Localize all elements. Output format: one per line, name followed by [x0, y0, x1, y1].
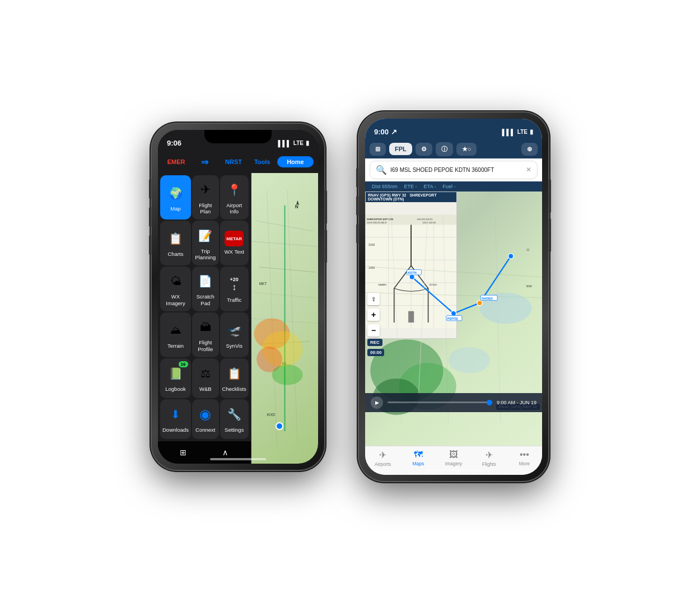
app-airport-info[interactable]: 📍 Airport Info [220, 175, 249, 220]
rec-badge: REC [367, 339, 382, 346]
bookmark-btn[interactable]: ★○ [456, 143, 477, 156]
app-terrain[interactable]: ⛰ Terrain [160, 312, 191, 357]
layers-icon-1: ⊞ [180, 448, 186, 457]
nav-emer[interactable]: EMER [162, 156, 190, 167]
imagery-label: Imagery [445, 461, 463, 466]
tab-maps[interactable]: 🗺 Maps [400, 450, 436, 467]
status-icons-1: ▌▌▌ LTE ▮ [278, 139, 309, 147]
stat-eta: ETA - [424, 184, 436, 189]
stat-ete: ETE - [404, 184, 417, 189]
lte-icon: LTE [293, 140, 304, 146]
app-wb[interactable]: ⚖ W&B [192, 358, 219, 398]
play-btn[interactable]: ▶ [371, 396, 383, 409]
app-dl-label: Downloads [162, 427, 189, 433]
app-wxi-label: WX Imagery [162, 293, 189, 306]
app-fp-label: Flight Plan [194, 202, 217, 215]
app-logbook[interactable]: 📗 16 Logbook [160, 358, 191, 398]
signal-icon: ▌▌▌ [278, 140, 291, 147]
app-traffic-label: Traffic [227, 297, 241, 303]
side-controls-2: ⇪ + − [367, 293, 380, 337]
svg-text:SHOED: SHOED [482, 296, 493, 300]
svg-text:N: N [295, 204, 298, 209]
layers-btn-1[interactable]: ⊞ [173, 446, 193, 459]
fpl-btn[interactable]: FPL [389, 143, 412, 155]
lte-icon-2: LTE [517, 129, 528, 135]
plus-icon: + [371, 310, 376, 319]
nav-direct[interactable]: ⇒ [191, 155, 218, 170]
status-icons-2: ▌▌▌ LTE ▮ [502, 128, 533, 136]
timeline-track[interactable] [388, 401, 492, 403]
maps-label: Maps [412, 461, 424, 466]
app-wx-text[interactable]: METAR WX Text [220, 221, 249, 265]
app-flp-label: Flight Profile [194, 339, 217, 352]
map-overlay-1[interactable]: MKT KE KIXD N [251, 173, 318, 464]
app-cx-label: Connext [195, 427, 215, 433]
info-btn[interactable]: ⓘ [436, 142, 453, 156]
svg-point-47 [409, 274, 414, 279]
waypoint-marker-1 [276, 422, 283, 430]
app-synvis[interactable]: 🛫 SynVis [220, 312, 249, 357]
bookmark-icon: ★○ [462, 146, 472, 152]
airports-icon: ✈ [379, 450, 386, 460]
app-flight-profile[interactable]: 🏔 Flight Profile [192, 312, 219, 357]
chevron-icon-1: ∧ [222, 448, 228, 457]
time-1: 9:06 [167, 139, 181, 147]
search-clear-btn[interactable]: ✕ [526, 166, 531, 174]
app-flight-plan[interactable]: ✈ Flight Plan [192, 175, 219, 220]
svg-text:KIXD: KIXD [267, 412, 275, 416]
tab-imagery[interactable]: 🖼 Imagery [436, 450, 471, 467]
compass-btn[interactable]: ⊕ [521, 143, 538, 156]
map-bg-1: MKT KE KIXD N [251, 173, 318, 464]
app-wx-imagery[interactable]: 🌤 WX Imagery [160, 267, 191, 311]
map-lines-svg: MKT KE KIXD N [251, 173, 318, 464]
home-indicator-1 [210, 458, 266, 460]
compass-icon: ⊕ [527, 146, 532, 152]
time-badge: 00:00 [367, 349, 384, 356]
nav-nrst[interactable]: NRST [220, 156, 247, 167]
zoom-out-btn[interactable]: − [367, 324, 380, 337]
app-tp-label: Trip Planning [194, 248, 217, 261]
app-map-label: Map [170, 206, 180, 212]
status-bar-1: 9:06 ▌▌▌ LTE ▮ [158, 130, 318, 151]
time-2-val: 9:00 ↗ [374, 128, 397, 136]
app-map[interactable]: 🌍 Map [160, 175, 191, 220]
svg-point-43 [449, 347, 490, 373]
app-trip-planning[interactable]: 📝 Trip Planning [192, 221, 219, 265]
app-scratch-pad[interactable]: 📄 Scratch Pad [192, 267, 219, 311]
app-wxt-label: WX Text [225, 249, 244, 255]
svg-point-50 [508, 253, 514, 258]
app-settings[interactable]: 🔧 Settings [220, 399, 249, 439]
search-icon-2: 🔍 [376, 165, 387, 175]
app-downloads[interactable]: ⬇ Downloads [160, 399, 191, 439]
tab-airports[interactable]: ✈ Airports [365, 450, 400, 467]
app-traffic[interactable]: +20 ↕ Traffic [220, 267, 249, 311]
app-connext[interactable]: ◉ Connext [192, 399, 219, 439]
search-bar-2[interactable]: 🔍 I69 MSL SHOED PEPOE KDTN 36000FT ✕ [370, 161, 538, 179]
nav-home[interactable]: Home [277, 156, 314, 167]
zoom-in-btn[interactable]: + [367, 309, 380, 321]
app-charts[interactable]: 📋 Charts [160, 221, 191, 265]
app-grid: 🌍 Map ✈ Flight Plan 📍 Airport Info [158, 173, 251, 441]
layers-btn-2[interactable]: ⊞ [370, 143, 386, 156]
map-area-2[interactable]: 9:00 AM EDT RNAV (GPS) RWY 32 SHREVEPORT… [365, 192, 542, 446]
app-charts-label: Charts [168, 251, 184, 257]
nav-tools[interactable]: Tools [249, 156, 276, 167]
app-terrain-label: Terrain [167, 343, 184, 349]
nav-bar-1: EMER ⇒ NRST Tools Home [158, 151, 318, 173]
tab-flights[interactable]: ✈ Flights [472, 450, 507, 467]
svg-text:NNA: NNA [526, 285, 533, 288]
timeline-bar: ▶ 9:00 AM - JUN 19 [365, 393, 542, 412]
app-checklists[interactable]: 📋 Checklists [220, 358, 249, 398]
svg-text:11: 11 [526, 249, 530, 251]
tab-more[interactable]: ••• More [507, 450, 542, 467]
chevron-btn-1[interactable]: ∧ [215, 446, 235, 459]
gear-btn[interactable]: ⚙ [416, 143, 432, 156]
share-btn[interactable]: ⇪ [367, 293, 380, 305]
svg-point-49 [477, 300, 482, 305]
maps-icon: 🗺 [414, 450, 423, 460]
stat-fuel: Fuel - [442, 184, 455, 189]
svg-line-37 [365, 267, 542, 277]
more-label: More [519, 461, 530, 466]
main-scene: 9:06 ▌▌▌ LTE ▮ EMER ⇒ NRST Tools Home [151, 112, 549, 482]
timeline-dot[interactable] [487, 400, 492, 405]
